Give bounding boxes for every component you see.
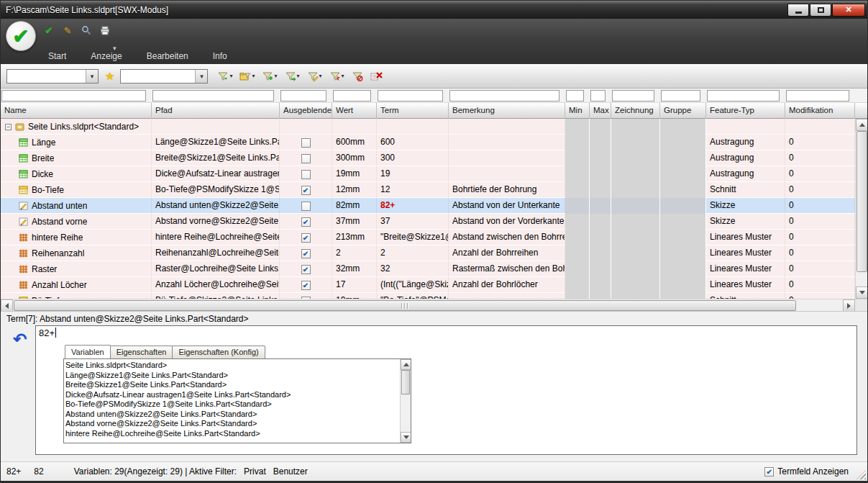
table-row[interactable]: ReihenanzahlReihenanzahl@Lochreihe@Seite… [1, 245, 855, 261]
column-header-ausgeblendet[interactable]: Ausgeblendet [280, 103, 332, 119]
chevron-down-icon[interactable]: ▾ [195, 70, 207, 83]
column-header-term[interactable]: Term [377, 103, 449, 119]
column-header-zeichnung[interactable]: Zeichnung [611, 103, 660, 119]
variable-item[interactable]: Abstand unten@Skizze2@Seite Links.Part<S… [65, 410, 398, 420]
filter-input-term[interactable] [378, 90, 443, 101]
popup-tab-1[interactable]: Variablen [65, 345, 111, 358]
search-icon[interactable] [80, 24, 93, 37]
scroll-down-arrow-icon[interactable] [856, 286, 867, 299]
tree-expander[interactable]: − [5, 124, 12, 130]
hidden-checkbox[interactable] [301, 202, 311, 211]
table-row[interactable]: Abstand untenAbstand unten@Skizze2@Seite… [1, 198, 855, 214]
tab-info[interactable]: Info [210, 50, 230, 63]
variable-item[interactable]: Abstand vorne@Skizze2@Seite Links.Part<S… [65, 419, 398, 429]
vertical-scrollbar-thumb[interactable] [856, 131, 867, 272]
table-row[interactable]: Bü-TiefeBü-Tiefe@Skizze3@Seite Links.Par… [1, 293, 855, 299]
scroll-left-arrow-icon[interactable] [1, 299, 13, 311]
minimize-button[interactable] [787, 4, 809, 17]
filter-input-zeichnung[interactable] [612, 90, 654, 101]
tab-bearbeiten[interactable]: Bearbeiten [144, 50, 191, 63]
table-row[interactable]: Abstand vorneAbstand vorne@Skizze2@Seite… [1, 214, 855, 230]
hidden-checkbox[interactable]: ✔ [301, 217, 311, 227]
popup-tab-2[interactable]: Eigenschaften [110, 346, 173, 359]
filter-combo[interactable]: ▾ [120, 69, 208, 83]
filter-input-max[interactable] [590, 90, 606, 101]
filter-input-gruppe[interactable] [661, 90, 700, 101]
column-header-wert[interactable]: Wert [332, 103, 377, 119]
filter-input-pfad[interactable] [152, 90, 274, 101]
popup-scrollbar[interactable] [400, 359, 411, 443]
termfeld-checkbox[interactable]: ✔ [764, 467, 774, 477]
horizontal-scrollbar[interactable] [1, 299, 867, 311]
scroll-up-arrow-icon[interactable] [401, 359, 411, 370]
chevron-down-icon[interactable]: ▾ [86, 70, 98, 83]
column-header-min[interactable]: Min [565, 103, 590, 119]
hidden-checkbox[interactable]: ✔ [301, 233, 311, 243]
table-row[interactable]: DickeDicke@Aufsatz-Linear austragen1@Sei… [1, 166, 855, 182]
clear-filter-button[interactable] [350, 68, 365, 85]
hidden-checkbox[interactable]: ✔ [301, 249, 311, 258]
filter-input-name[interactable] [1, 90, 146, 101]
tab-start[interactable]: Start [45, 50, 69, 63]
filter-input-modifikation[interactable] [786, 90, 849, 101]
table-row[interactable]: BreiteBreite@Skizze1@Seite Links.Part<St… [1, 150, 855, 166]
variable-item[interactable]: Länge@Skizze1@Seite Links.Part<Standard> [65, 371, 398, 381]
tab-anzeige[interactable]: Anzeige [88, 50, 124, 63]
variable-item[interactable]: Seite Links.sldprt<Standard> [65, 361, 398, 371]
table-row[interactable]: LängeLänge@Skizze1@Seite Links.Part<Stan… [1, 135, 855, 150]
vertical-scrollbar[interactable] [855, 119, 867, 299]
hidden-checkbox[interactable]: ✔ [301, 265, 311, 274]
column-header-max[interactable]: Max [590, 103, 611, 119]
new-filter-button[interactable]: ▾ [215, 68, 234, 85]
app-logo-check-icon[interactable]: ✔ [6, 21, 36, 51]
edit-filter-button[interactable]: ▾ [305, 68, 324, 85]
variable-item[interactable]: Bo-Tiefe@PSModifySkizze 1@Seite Links.Pa… [65, 400, 398, 410]
filter-input-wert[interactable] [333, 90, 371, 101]
titlebar[interactable]: F:\Pascam\Seite Links.sldprt[SWX-Modus] … [1, 1, 867, 19]
table-row[interactable]: −Seite Links.sldprt<Standard> [1, 119, 855, 135]
term-input[interactable]: 82+ VariablenEigenschaftenEigenschaften … [35, 325, 857, 455]
filter-input-ausgeblendet[interactable] [280, 90, 326, 101]
resize-grip[interactable] [856, 470, 866, 479]
filter-input-feature_typ[interactable] [707, 90, 780, 101]
edit-pencil-icon[interactable]: ✎ [61, 24, 74, 37]
variable-item[interactable]: hintere Reihe@Lochreihe@Seite Links.Part… [65, 429, 398, 439]
hidden-checkbox[interactable] [301, 154, 311, 163]
column-header-feature_typ[interactable]: Feature-Typ [706, 103, 785, 119]
scroll-down-arrow-icon[interactable] [401, 432, 411, 443]
star-icon[interactable]: ★ [105, 70, 114, 83]
hidden-checkbox[interactable]: ✔ [301, 186, 311, 195]
column-header-gruppe[interactable]: Gruppe [660, 103, 706, 119]
table-row[interactable]: Bo-TiefeBo-Tiefe@PSModifySkizze 1@Seite … [1, 182, 855, 198]
add-filter-button[interactable]: ▾ [260, 68, 279, 85]
undo-button[interactable]: ↶ [9, 329, 31, 349]
maximize-button[interactable] [810, 4, 831, 17]
apply-check-icon[interactable]: ✔ [42, 24, 55, 37]
filter-options-button[interactable]: ▾ [327, 68, 347, 85]
filter-input-min[interactable] [566, 90, 584, 101]
column-header-name[interactable]: Name [1, 103, 152, 119]
popup-scrollbar-thumb[interactable] [401, 370, 410, 394]
column-header-pfad[interactable]: Pfad [152, 103, 280, 119]
table-row[interactable]: Anzahl LöcherAnzahl Löcher@Lochreihe@Sei… [1, 277, 855, 293]
apply-filter-button[interactable]: ▾ [283, 68, 302, 85]
close-button[interactable]: ✕ [832, 4, 865, 17]
table-row[interactable]: hintere Reihehintere Reihe@Lochreihe@Sei… [1, 230, 855, 245]
hidden-checkbox[interactable]: ✔ [301, 281, 311, 290]
print-icon[interactable] [99, 24, 111, 37]
variable-item[interactable]: Dicke@Aufsatz-Linear austragen1@Seite Li… [65, 390, 398, 400]
delete-filter-button[interactable] [368, 68, 385, 85]
scroll-right-arrow-icon[interactable] [843, 299, 855, 311]
variable-item[interactable]: Breite@Skizze1@Seite Links.Part<Standard… [65, 380, 398, 390]
hidden-checkbox[interactable] [301, 170, 311, 179]
column-header-bemerkung[interactable]: Bemerkung [449, 103, 565, 119]
scroll-up-arrow-icon[interactable] [856, 119, 867, 131]
open-filter-button[interactable]: ▾ [237, 68, 257, 85]
column-header-modifikation[interactable]: Modifikation [785, 103, 855, 119]
filter-input-bemerkung[interactable] [449, 90, 559, 101]
horizontal-scrollbar-thumb[interactable] [14, 300, 796, 311]
popup-tab-3[interactable]: Eigenschaften (Konfig) [172, 346, 265, 359]
hidden-checkbox[interactable] [301, 138, 311, 148]
table-row[interactable]: RasterRaster@Lochreihe@Seite Links.Part<… [1, 261, 855, 277]
favorites-combo[interactable]: ▾ [6, 69, 99, 83]
